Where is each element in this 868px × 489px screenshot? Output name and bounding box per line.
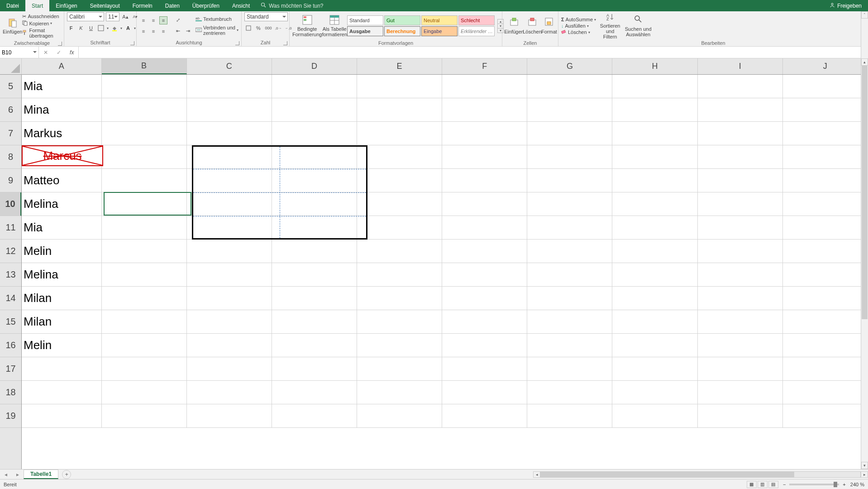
cell-B14[interactable] xyxy=(102,287,187,310)
column-header-H[interactable]: H xyxy=(612,58,697,74)
tab-formeln[interactable]: Formeln xyxy=(126,0,159,11)
cell-C5[interactable] xyxy=(187,75,272,98)
percent-format-icon[interactable]: % xyxy=(254,24,262,32)
formula-input[interactable] xyxy=(79,47,868,58)
cell-D18[interactable] xyxy=(272,381,357,404)
cell-B8[interactable] xyxy=(102,145,187,168)
column-header-F[interactable]: F xyxy=(442,58,527,74)
cell-E18[interactable] xyxy=(357,381,442,404)
cell-H17[interactable] xyxy=(612,357,697,380)
cell-I15[interactable] xyxy=(698,310,783,333)
cell-B11[interactable] xyxy=(102,216,187,239)
cell-E6[interactable] xyxy=(357,98,442,121)
column-header-B[interactable]: B xyxy=(102,58,187,74)
enter-formula-icon[interactable]: ✓ xyxy=(57,49,61,56)
row-header-7[interactable]: 7 xyxy=(0,122,21,145)
cell-G7[interactable] xyxy=(527,122,612,145)
column-header-A[interactable]: A xyxy=(22,58,102,74)
dialog-launcher-icon[interactable] xyxy=(235,41,239,45)
cell-H19[interactable] xyxy=(612,404,697,427)
row-header-8[interactable]: 8 xyxy=(0,145,21,169)
font-name-combo[interactable]: Calibri xyxy=(67,12,104,21)
column-headers[interactable]: ABCDEFGHIJ xyxy=(22,58,868,75)
cell-I5[interactable] xyxy=(698,75,783,98)
cell-D13[interactable] xyxy=(272,263,357,286)
cell-H13[interactable] xyxy=(612,263,697,286)
row-header-15[interactable]: 15 xyxy=(0,310,21,334)
cell-E9[interactable] xyxy=(357,169,442,192)
cell-E5[interactable] xyxy=(357,75,442,98)
row-header-9[interactable]: 9 xyxy=(0,169,21,192)
cell-F16[interactable] xyxy=(442,334,527,357)
cell-B17[interactable] xyxy=(102,357,187,380)
bold-button[interactable]: F xyxy=(67,24,75,32)
cell-D8[interactable] xyxy=(272,145,357,168)
cell-G17[interactable] xyxy=(527,357,612,380)
cell-B19[interactable] xyxy=(102,404,187,427)
row-header-12[interactable]: 12 xyxy=(0,240,21,263)
orientation-icon[interactable]: ⤢ xyxy=(174,16,182,24)
cell-G18[interactable] xyxy=(527,381,612,404)
style-schlecht[interactable]: Schlecht xyxy=(458,15,495,25)
align-top-icon[interactable]: ≡ xyxy=(139,16,148,24)
cell-F8[interactable] xyxy=(442,145,527,168)
scroll-right-icon[interactable]: ▸ xyxy=(861,471,868,478)
hscroll-thumb[interactable] xyxy=(541,472,794,477)
cell-J9[interactable] xyxy=(783,169,868,192)
cell-I7[interactable] xyxy=(698,122,783,145)
paste-button[interactable]: Einfügen xyxy=(3,12,22,39)
cell-B12[interactable] xyxy=(102,240,187,263)
cell-J6[interactable] xyxy=(783,98,868,121)
cell-D14[interactable] xyxy=(272,287,357,310)
format-cells-button[interactable]: Format xyxy=(541,12,557,39)
tell-me-search[interactable]: Was möchten Sie tun? xyxy=(261,0,323,11)
cell-F10[interactable] xyxy=(442,192,527,216)
cut-button[interactable]: ✂Ausschneiden xyxy=(22,14,61,19)
cell-J12[interactable] xyxy=(783,240,868,263)
fill-button[interactable]: ↓Ausfüllen▾ xyxy=(561,23,596,29)
cell-A19[interactable] xyxy=(22,404,102,427)
format-painter-button[interactable]: Format übertragen xyxy=(22,28,61,38)
cell-E13[interactable] xyxy=(357,263,442,286)
cell-F7[interactable] xyxy=(442,122,527,145)
row-header-11[interactable]: 11 xyxy=(0,216,21,240)
zoom-value[interactable]: 240 % xyxy=(850,482,864,487)
conditional-formatting-button[interactable]: Bedingte Formatierung xyxy=(292,12,322,39)
tab-ansicht[interactable]: Ansicht xyxy=(226,0,256,11)
cell-D9[interactable] xyxy=(272,169,357,192)
underline-button[interactable]: U xyxy=(87,24,95,32)
cell-F14[interactable] xyxy=(442,287,527,310)
autosum-button[interactable]: ΣAutoSumme▾ xyxy=(561,17,596,22)
cell-E19[interactable] xyxy=(357,404,442,427)
zoom-slider[interactable] xyxy=(789,484,839,485)
row-header-18[interactable]: 18 xyxy=(0,381,21,404)
tab-ueberpruefen[interactable]: Überprüfen xyxy=(186,0,226,11)
tab-einfuegen[interactable]: Einfügen xyxy=(49,0,83,11)
cell-C7[interactable] xyxy=(187,122,272,145)
cell-A16[interactable]: Melin xyxy=(22,334,102,357)
cell-C17[interactable] xyxy=(187,357,272,380)
cell-B10[interactable] xyxy=(102,192,187,216)
column-header-G[interactable]: G xyxy=(527,58,612,74)
cell-J19[interactable] xyxy=(783,404,868,427)
cell-J15[interactable] xyxy=(783,310,868,333)
cell-F9[interactable] xyxy=(442,169,527,192)
italic-button[interactable]: K xyxy=(77,24,85,32)
horizontal-scrollbar[interactable]: ◂ ▸ xyxy=(533,471,868,478)
cell-B7[interactable] xyxy=(102,122,187,145)
align-right-icon[interactable]: ≡ xyxy=(159,27,167,35)
style-standard[interactable]: Standard xyxy=(347,15,383,25)
cell-A10[interactable]: Melina xyxy=(22,192,102,216)
cell-A15[interactable]: Milan xyxy=(22,310,102,333)
view-page-layout-icon[interactable]: ▥ xyxy=(758,481,768,488)
cell-E7[interactable] xyxy=(357,122,442,145)
scroll-left-icon[interactable]: ◂ xyxy=(533,471,540,478)
select-all-corner[interactable] xyxy=(0,58,22,75)
cell-B16[interactable] xyxy=(102,334,187,357)
number-format-combo[interactable]: Standard xyxy=(244,12,288,21)
column-header-J[interactable]: J xyxy=(783,58,868,74)
cell-E12[interactable] xyxy=(357,240,442,263)
cell-C15[interactable] xyxy=(187,310,272,333)
cell-B6[interactable] xyxy=(102,98,187,121)
row-headers[interactable]: 5678910111213141516171819 xyxy=(0,75,22,469)
